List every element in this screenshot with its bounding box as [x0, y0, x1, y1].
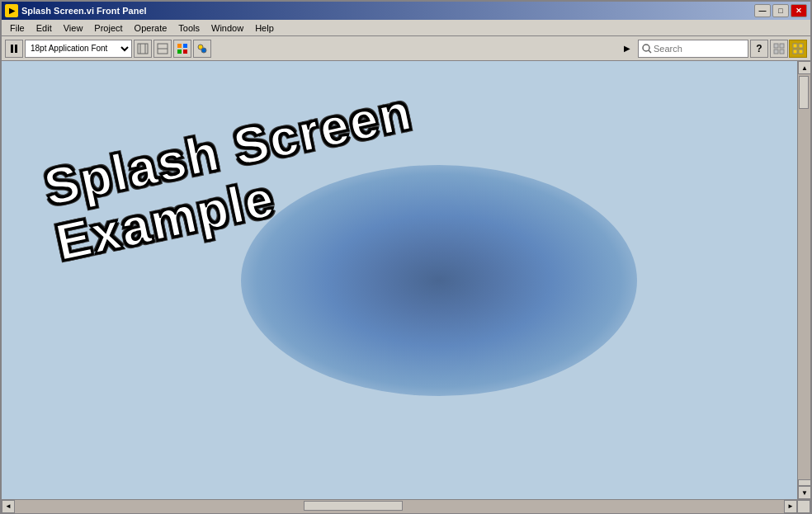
scroll-h-track[interactable]: [15, 500, 784, 513]
window-controls: — □ ✕: [754, 4, 807, 17]
search-box: [638, 40, 748, 58]
menu-help[interactable]: Help: [250, 21, 279, 35]
scroll-down-button[interactable]: ▼: [798, 486, 810, 499]
menu-tools[interactable]: Tools: [173, 21, 205, 35]
menu-file[interactable]: File: [5, 21, 30, 35]
window-title: Splash Screen.vi Front Panel: [21, 6, 147, 16]
pause-bar-right: [15, 45, 17, 53]
toolbar-btn-1[interactable]: [134, 40, 152, 58]
title-bar-left: ▶ Splash Screen.vi Front Panel: [5, 4, 147, 17]
scroll-v-thumb[interactable]: [799, 76, 809, 109]
svg-rect-13: [774, 44, 778, 48]
search-arrow[interactable]: ▶: [618, 40, 636, 58]
svg-rect-16: [780, 50, 784, 54]
scroll-right-button[interactable]: ►: [784, 500, 797, 513]
menu-bar: File Edit View Project Operate Tools Win…: [2, 20, 810, 36]
svg-line-12: [649, 50, 651, 53]
pause-button[interactable]: [5, 40, 23, 58]
menu-operate[interactable]: Operate: [130, 21, 172, 35]
maximize-button[interactable]: □: [772, 4, 789, 17]
pause-bar-left: [11, 45, 13, 53]
svg-rect-8: [183, 50, 187, 54]
resize-icon: [137, 43, 149, 54]
svg-rect-7: [177, 50, 182, 54]
menu-view[interactable]: View: [59, 21, 88, 35]
help-button[interactable]: ?: [750, 40, 768, 58]
svg-rect-6: [183, 44, 187, 48]
vertical-scrollbar: ▲ ▼: [797, 61, 810, 499]
bottom-area: ◄ ►: [2, 499, 810, 512]
svg-rect-19: [793, 50, 797, 54]
minimize-button[interactable]: —: [754, 4, 771, 17]
corner-resize[interactable]: [797, 500, 810, 513]
active-icon-svg: [792, 43, 804, 54]
panel-grid-icon[interactable]: [770, 40, 788, 58]
toolbar-btn-3[interactable]: [173, 40, 191, 58]
canvas-area[interactable]: Splash Screen Example: [2, 61, 797, 499]
active-panel-icon[interactable]: [789, 40, 807, 58]
font-selector[interactable]: 18pt Application Font: [25, 40, 132, 58]
toolbar-btn-4[interactable]: [193, 40, 211, 58]
scroll-up-button[interactable]: ▲: [798, 61, 810, 74]
title-bar: ▶ Splash Screen.vi Front Panel — □ ✕: [2, 2, 810, 20]
svg-rect-14: [780, 44, 784, 48]
menu-project[interactable]: Project: [89, 21, 127, 35]
svg-rect-20: [799, 50, 803, 54]
close-button[interactable]: ✕: [791, 4, 807, 17]
main-window: ▶ Splash Screen.vi Front Panel — □ ✕ Fil…: [0, 0, 812, 514]
menu-edit[interactable]: Edit: [31, 21, 57, 35]
align-icon: [157, 43, 168, 54]
scroll-h-thumb[interactable]: [304, 501, 403, 511]
search-input[interactable]: [654, 44, 744, 54]
grid-svg: [773, 43, 785, 54]
grid-icons: [770, 40, 807, 58]
pause-icon: [11, 45, 17, 53]
toolbar-btn-2[interactable]: [153, 40, 172, 58]
search-icon: [642, 44, 652, 54]
content-wrapper: Splash Screen Example ▲ ▼: [2, 61, 810, 499]
svg-rect-5: [177, 44, 182, 48]
menu-window[interactable]: Window: [206, 21, 248, 35]
scroll-divider: [798, 479, 810, 486]
svg-point-11: [643, 45, 649, 51]
svg-rect-15: [774, 50, 778, 54]
toolbar: 18pt Application Font: [2, 36, 810, 61]
svg-point-10: [201, 48, 206, 53]
app-icon: ▶: [5, 4, 18, 17]
scroll-v-track[interactable]: [798, 74, 810, 479]
svg-rect-18: [799, 44, 803, 48]
arrange-icon: [196, 43, 208, 54]
scroll-left-button[interactable]: ◄: [2, 500, 15, 513]
color-icon: [177, 43, 188, 54]
svg-rect-17: [793, 44, 797, 48]
svg-rect-0: [138, 44, 148, 54]
